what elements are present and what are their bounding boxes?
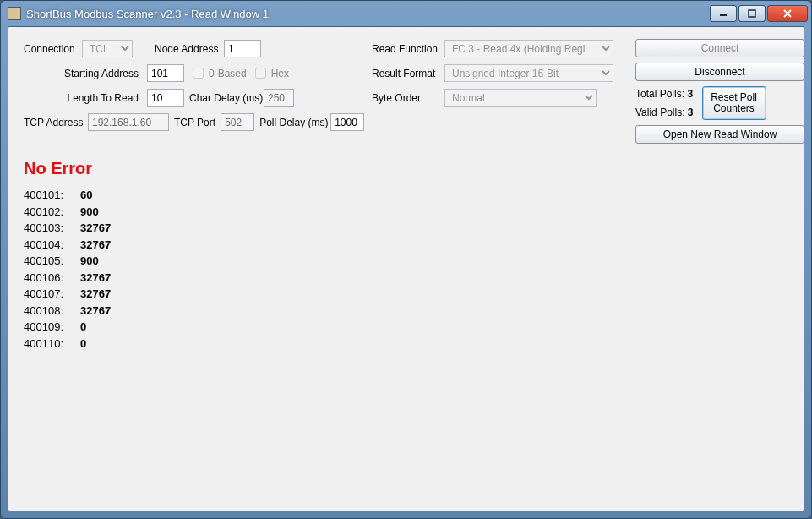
length-to-read-label: Length To Read	[67, 92, 139, 104]
result-address: 400110:	[24, 336, 70, 352]
client-area: Connection TCP Node Address Starting Add…	[8, 26, 804, 511]
total-polls: Total Polls: 3	[635, 88, 694, 100]
tcp-address-label: TCP Address	[24, 117, 83, 128]
app-icon	[8, 7, 21, 20]
result-address: 400107:	[24, 286, 70, 303]
node-address-label: Node Address	[155, 43, 219, 55]
left-column: Connection TCP Node Address Starting Add…	[24, 39, 362, 144]
connect-button[interactable]: Connect	[635, 39, 804, 57]
maximize-button[interactable]	[738, 5, 766, 22]
starting-address-input[interactable]	[147, 64, 184, 82]
window-controls	[710, 5, 808, 22]
tcp-address-input[interactable]	[88, 113, 169, 131]
tcp-port-label: TCP Port	[174, 117, 215, 128]
connection-label: Connection	[24, 43, 77, 55]
result-value: 32767	[80, 286, 111, 303]
result-row: 400105:900	[24, 253, 788, 270]
result-row: 400106:32767	[24, 270, 788, 287]
result-value: 32767	[80, 303, 111, 320]
result-row: 400107:32767	[24, 286, 788, 303]
read-function-select[interactable]: FC 3 - Read 4x (Holding Registers)	[444, 40, 613, 57]
form-area: Connection TCP Node Address Starting Add…	[24, 39, 788, 144]
poll-delay-label: Poll Delay (ms)	[259, 117, 325, 128]
middle-column: Read Function FC 3 - Read 4x (Holding Re…	[372, 39, 625, 144]
maximize-icon	[748, 9, 756, 18]
app-window: ShortBus Modbus Scanner v2.3 - Read Wind…	[0, 0, 812, 519]
minimize-icon	[719, 9, 728, 18]
status-text: No Error	[24, 159, 788, 178]
connection-select[interactable]: TCP	[82, 40, 133, 57]
result-row: 400101:60	[24, 187, 788, 204]
result-address: 400104:	[24, 237, 70, 254]
result-format-label: Result Format	[372, 68, 439, 79]
tcp-port-input[interactable]	[221, 113, 254, 131]
hex-checkbox[interactable]: Hex	[252, 65, 289, 81]
open-new-read-window-button[interactable]: Open New Read Window	[635, 125, 804, 144]
window-title: ShortBus Modbus Scanner v2.3 - Read Wind…	[26, 8, 710, 20]
result-row: 400108:32767	[24, 303, 788, 320]
result-address: 400103:	[24, 220, 70, 237]
result-row: 400102:900	[24, 204, 788, 221]
result-value: 900	[80, 204, 99, 221]
result-value: 32767	[80, 237, 111, 254]
result-address: 400106:	[24, 270, 70, 287]
disconnect-button[interactable]: Disconnect	[635, 63, 804, 81]
results-list: 400101:60400102:900400103:32767400104:32…	[24, 187, 788, 352]
byte-order-select[interactable]: Normal	[444, 89, 597, 107]
result-row: 400103:32767	[24, 220, 788, 237]
close-button[interactable]	[767, 5, 808, 22]
result-value: 32767	[80, 270, 111, 287]
result-row: 400110:0	[24, 336, 788, 352]
valid-polls: Valid Polls: 3	[635, 107, 694, 118]
result-row: 400104:32767	[24, 237, 788, 254]
result-address: 400101:	[24, 187, 70, 204]
zero-based-checkbox[interactable]: 0-Based	[189, 65, 247, 81]
minimize-button[interactable]	[710, 5, 737, 22]
char-delay-label: Char Delay (ms)	[189, 92, 259, 104]
result-value: 0	[80, 319, 86, 336]
char-delay-input[interactable]	[264, 89, 294, 107]
reset-poll-counters-button[interactable]: Reset Poll Counters	[702, 86, 766, 120]
result-value: 32767	[80, 220, 111, 237]
right-column: Connect Disconnect Total Polls: 3 Valid …	[635, 39, 804, 144]
result-value: 0	[80, 336, 86, 352]
node-address-input[interactable]	[224, 40, 261, 57]
svg-rect-1	[749, 10, 755, 17]
result-value: 900	[80, 253, 99, 270]
read-function-label: Read Function	[372, 43, 439, 55]
result-address: 400105:	[24, 253, 70, 270]
polls-row: Total Polls: 3 Valid Polls: 3 Reset Poll…	[635, 86, 804, 120]
length-to-read-input[interactable]	[147, 89, 184, 107]
starting-address-label: Starting Address	[64, 68, 139, 79]
result-address: 400108:	[24, 303, 70, 320]
titlebar[interactable]: ShortBus Modbus Scanner v2.3 - Read Wind…	[1, 1, 811, 26]
byte-order-label: Byte Order	[372, 92, 439, 104]
poll-delay-input[interactable]	[330, 113, 364, 131]
result-address: 400109:	[24, 319, 70, 336]
result-row: 400109:0	[24, 319, 788, 336]
result-value: 60	[80, 187, 92, 204]
result-address: 400102:	[24, 204, 70, 221]
close-icon	[783, 9, 792, 18]
result-format-select[interactable]: Unsigned Integer 16-Bit	[444, 64, 613, 82]
